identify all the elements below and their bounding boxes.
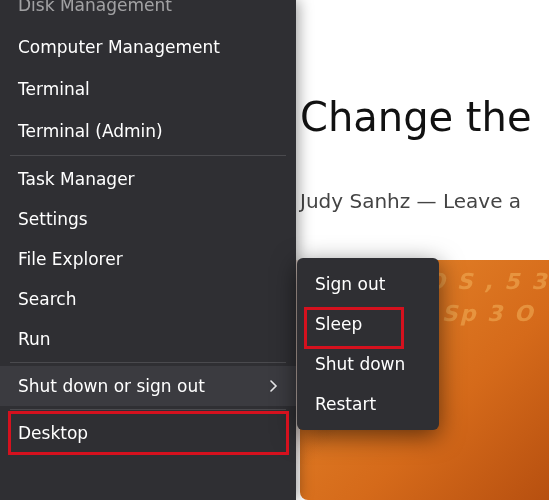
menu-item-desktop[interactable]: Desktop <box>0 413 296 453</box>
menu-item-label: Task Manager <box>18 169 135 189</box>
menu-item-label: Terminal (Admin) <box>18 121 163 141</box>
power-submenu: Sign out Sleep Shut down Restart <box>297 258 439 430</box>
menu-item-computer-management[interactable]: Computer Management <box>0 26 296 68</box>
menu-item-label: File Explorer <box>18 249 123 269</box>
submenu-item-sign-out[interactable]: Sign out <box>297 264 439 304</box>
submenu-item-restart[interactable]: Restart <box>297 384 439 424</box>
menu-separator <box>10 409 286 410</box>
menu-separator <box>10 362 286 363</box>
article-byline: Judy Sanhz — Leave a <box>300 189 521 213</box>
menu-item-label: Desktop <box>18 423 88 443</box>
menu-item-terminal-admin[interactable]: Terminal (Admin) <box>0 110 296 152</box>
winx-context-menu: Disk Management Computer Management Term… <box>0 0 296 500</box>
menu-item-search[interactable]: Search <box>0 279 296 319</box>
submenu-item-label: Sleep <box>315 314 362 334</box>
menu-separator <box>10 155 286 156</box>
chevron-right-icon <box>270 380 278 392</box>
menu-item-label: Computer Management <box>18 37 220 57</box>
menu-item-shut-down-or-sign-out[interactable]: Shut down or sign out <box>0 366 296 406</box>
menu-item-terminal[interactable]: Terminal <box>0 68 296 110</box>
submenu-item-label: Restart <box>315 394 376 414</box>
menu-item-task-manager[interactable]: Task Manager <box>0 159 296 199</box>
menu-item-file-explorer[interactable]: File Explorer <box>0 239 296 279</box>
submenu-item-label: Sign out <box>315 274 385 294</box>
menu-item-label: Terminal <box>18 79 90 99</box>
menu-item-label: Shut down or sign out <box>18 376 205 396</box>
menu-item-run[interactable]: Run <box>0 319 296 359</box>
menu-item-label: Settings <box>18 209 88 229</box>
submenu-item-shut-down[interactable]: Shut down <box>297 344 439 384</box>
menu-item-settings[interactable]: Settings <box>0 199 296 239</box>
menu-item-label: Disk Management <box>18 0 172 15</box>
article-title: Change the <box>300 94 532 140</box>
menu-item-disk-management[interactable]: Disk Management <box>0 0 296 26</box>
submenu-item-sleep[interactable]: Sleep <box>297 304 439 344</box>
submenu-item-label: Shut down <box>315 354 405 374</box>
menu-item-label: Search <box>18 289 76 309</box>
menu-item-label: Run <box>18 329 51 349</box>
